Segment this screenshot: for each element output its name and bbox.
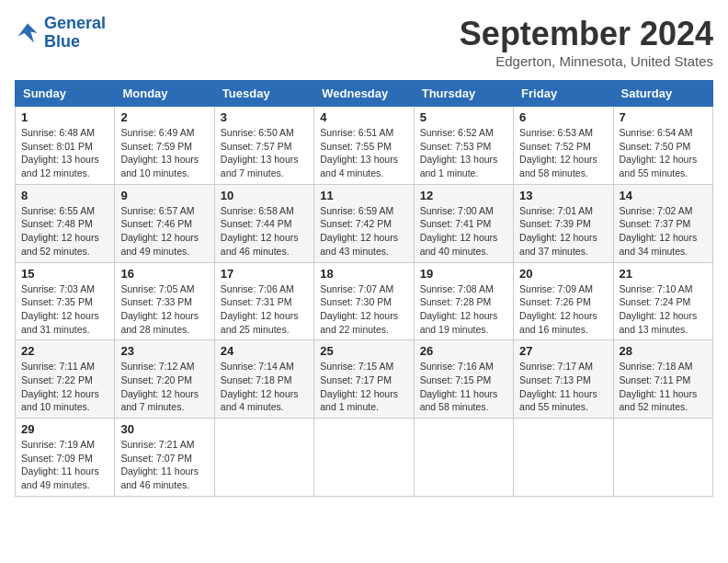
sunrise-text: Sunrise: 6:52 AM: [420, 127, 494, 138]
day-number: 27: [519, 344, 607, 358]
day-number: 4: [320, 110, 407, 124]
calendar-cell: 5 Sunrise: 6:52 AM Sunset: 7:53 PM Dayli…: [414, 107, 513, 185]
sunrise-text: Sunrise: 7:08 AM: [420, 283, 494, 294]
day-info: Sunrise: 7:03 AM Sunset: 7:35 PM Dayligh…: [21, 282, 108, 337]
sunset-text: Sunset: 7:15 PM: [420, 374, 492, 385]
day-info: Sunrise: 7:12 AM Sunset: 7:20 PM Dayligh…: [120, 360, 208, 414]
day-number: 14: [620, 189, 707, 202]
sunset-text: Sunset: 7:46 PM: [120, 218, 192, 229]
calendar-cell: 11 Sunrise: 6:59 AM Sunset: 7:42 PM Dayl…: [314, 184, 414, 262]
sunset-text: Sunset: 7:52 PM: [519, 141, 591, 152]
day-number: 3: [221, 110, 308, 124]
calendar-cell: 16 Sunrise: 7:05 AM Sunset: 7:33 PM Dayl…: [115, 262, 214, 340]
calendar-cell: 27 Sunrise: 7:17 AM Sunset: 7:13 PM Dayl…: [514, 340, 613, 419]
day-info: Sunrise: 7:00 AM Sunset: 7:41 PM Dayligh…: [420, 204, 507, 259]
logo-line2: Blue: [44, 32, 80, 51]
day-number: 8: [21, 189, 108, 202]
sunrise-text: Sunrise: 7:17 AM: [519, 361, 593, 372]
calendar-cell: 21 Sunrise: 7:10 AM Sunset: 7:24 PM Dayl…: [613, 262, 712, 340]
day-info: Sunrise: 6:58 AM Sunset: 7:44 PM Dayligh…: [221, 204, 308, 259]
day-number: 6: [519, 110, 607, 124]
daylight-text: Daylight: 12 hours and 34 minutes.: [620, 232, 698, 257]
day-number: 7: [620, 110, 707, 124]
day-number: 23: [120, 344, 208, 358]
sunset-text: Sunset: 7:50 PM: [620, 141, 691, 152]
day-number: 18: [320, 267, 407, 281]
sunset-text: Sunset: 7:48 PM: [21, 218, 93, 229]
sunset-text: Sunset: 7:13 PM: [519, 374, 591, 385]
sunset-text: Sunset: 7:28 PM: [420, 296, 492, 307]
daylight-text: Daylight: 12 hours and 49 minutes.: [120, 232, 199, 257]
day-info: Sunrise: 7:18 AM Sunset: 7:11 PM Dayligh…: [620, 360, 707, 414]
sunset-text: Sunset: 7:55 PM: [320, 141, 392, 152]
calendar-cell: [314, 419, 414, 497]
calendar-week-row: 1 Sunrise: 6:48 AM Sunset: 8:01 PM Dayli…: [16, 107, 713, 185]
daylight-text: Daylight: 12 hours and 25 minutes.: [221, 310, 299, 335]
sunrise-text: Sunrise: 6:59 AM: [320, 205, 393, 216]
sunset-text: Sunset: 7:26 PM: [519, 296, 591, 307]
day-number: 22: [21, 344, 108, 358]
sunset-text: Sunset: 7:53 PM: [420, 141, 492, 152]
sunrise-text: Sunrise: 7:11 AM: [21, 361, 95, 372]
day-info: Sunrise: 7:08 AM Sunset: 7:28 PM Dayligh…: [420, 282, 507, 337]
daylight-text: Daylight: 12 hours and 28 minutes.: [120, 310, 199, 335]
sunrise-text: Sunrise: 7:07 AM: [320, 283, 393, 294]
day-info: Sunrise: 7:05 AM Sunset: 7:33 PM Dayligh…: [120, 282, 208, 337]
daylight-text: Daylight: 12 hours and 40 minutes.: [420, 232, 498, 257]
daylight-text: Daylight: 12 hours and 4 minutes.: [221, 388, 299, 413]
title-area: September 2024 Edgerton, Minnesota, Unit…: [460, 15, 713, 69]
daylight-text: Daylight: 12 hours and 52 minutes.: [21, 232, 99, 257]
day-info: Sunrise: 6:52 AM Sunset: 7:53 PM Dayligh…: [420, 126, 507, 180]
day-info: Sunrise: 6:49 AM Sunset: 7:59 PM Dayligh…: [120, 126, 208, 180]
sunset-text: Sunset: 7:24 PM: [620, 296, 691, 307]
calendar-cell: 8 Sunrise: 6:55 AM Sunset: 7:48 PM Dayli…: [16, 184, 115, 262]
calendar-cell: 12 Sunrise: 7:00 AM Sunset: 7:41 PM Dayl…: [414, 184, 513, 262]
daylight-text: Daylight: 13 hours and 4 minutes.: [320, 154, 398, 178]
sunset-text: Sunset: 7:57 PM: [221, 141, 292, 152]
day-info: Sunrise: 7:15 AM Sunset: 7:17 PM Dayligh…: [320, 360, 407, 414]
daylight-text: Daylight: 12 hours and 10 minutes.: [21, 388, 99, 413]
day-number: 2: [120, 110, 208, 124]
calendar-day-header: Wednesday: [314, 81, 414, 107]
sunset-text: Sunset: 7:42 PM: [320, 218, 392, 229]
calendar-day-header: Thursday: [414, 81, 513, 107]
calendar-cell: 30 Sunrise: 7:21 AM Sunset: 7:07 PM Dayl…: [115, 419, 214, 497]
sunrise-text: Sunrise: 7:10 AM: [620, 283, 693, 294]
calendar-cell: 7 Sunrise: 6:54 AM Sunset: 7:50 PM Dayli…: [613, 107, 712, 185]
day-info: Sunrise: 7:09 AM Sunset: 7:26 PM Dayligh…: [519, 282, 607, 337]
day-number: 5: [420, 110, 507, 124]
sunset-text: Sunset: 8:01 PM: [21, 141, 93, 152]
sunrise-text: Sunrise: 7:15 AM: [320, 361, 393, 372]
daylight-text: Daylight: 12 hours and 31 minutes.: [21, 310, 99, 335]
sunrise-text: Sunrise: 6:48 AM: [21, 127, 95, 138]
day-info: Sunrise: 6:59 AM Sunset: 7:42 PM Dayligh…: [320, 204, 407, 259]
calendar-cell: 14 Sunrise: 7:02 AM Sunset: 7:37 PM Dayl…: [613, 184, 712, 262]
calendar-cell: 3 Sunrise: 6:50 AM Sunset: 7:57 PM Dayli…: [214, 107, 313, 185]
daylight-text: Daylight: 12 hours and 19 minutes.: [420, 310, 498, 335]
sunrise-text: Sunrise: 7:09 AM: [519, 283, 593, 294]
day-info: Sunrise: 6:51 AM Sunset: 7:55 PM Dayligh…: [320, 126, 407, 180]
sunrise-text: Sunrise: 6:50 AM: [221, 127, 294, 138]
day-number: 19: [420, 267, 507, 281]
day-info: Sunrise: 6:53 AM Sunset: 7:52 PM Dayligh…: [519, 126, 607, 180]
calendar-cell: 29 Sunrise: 7:19 AM Sunset: 7:09 PM Dayl…: [16, 419, 115, 497]
calendar-table: SundayMondayTuesdayWednesdayThursdayFrid…: [15, 80, 713, 497]
sunset-text: Sunset: 7:39 PM: [519, 218, 591, 229]
day-number: 20: [519, 267, 607, 281]
day-number: 16: [120, 267, 208, 281]
daylight-text: Daylight: 12 hours and 37 minutes.: [519, 232, 597, 257]
calendar-cell: 24 Sunrise: 7:14 AM Sunset: 7:18 PM Dayl…: [214, 340, 313, 419]
sunset-text: Sunset: 7:22 PM: [21, 374, 93, 385]
sunrise-text: Sunrise: 6:54 AM: [620, 127, 693, 138]
day-number: 29: [21, 422, 108, 436]
sunset-text: Sunset: 7:18 PM: [221, 374, 292, 385]
sunrise-text: Sunrise: 6:51 AM: [320, 127, 393, 138]
day-number: 15: [21, 267, 108, 281]
day-number: 11: [320, 189, 407, 202]
page-title: September 2024: [460, 15, 713, 53]
calendar-cell: 6 Sunrise: 6:53 AM Sunset: 7:52 PM Dayli…: [514, 107, 613, 185]
day-info: Sunrise: 6:57 AM Sunset: 7:46 PM Dayligh…: [120, 204, 208, 259]
sunrise-text: Sunrise: 6:57 AM: [120, 205, 194, 216]
calendar-day-header: Saturday: [613, 81, 712, 107]
sunrise-text: Sunrise: 7:05 AM: [120, 283, 194, 294]
